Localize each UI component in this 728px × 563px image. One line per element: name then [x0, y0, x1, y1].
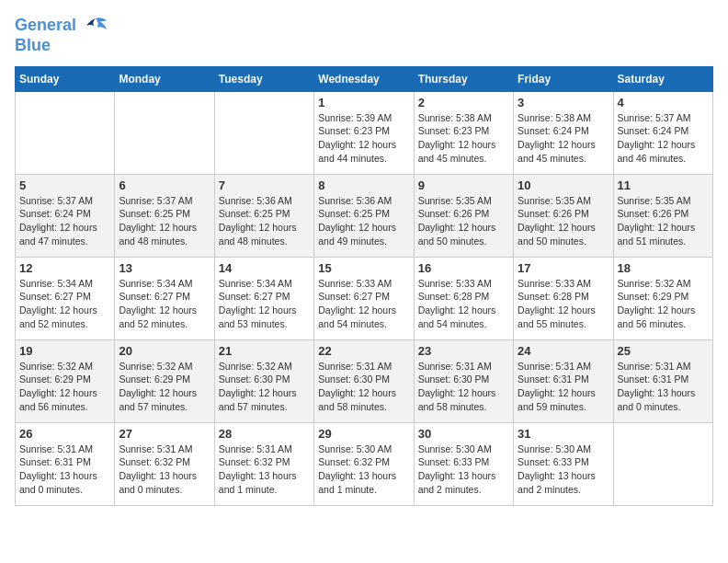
day-info: Sunrise: 5:34 AM Sunset: 6:27 PM Dayligh…	[219, 277, 310, 331]
calendar-cell	[115, 91, 214, 174]
calendar-cell: 10Sunrise: 5:35 AM Sunset: 6:26 PM Dayli…	[514, 174, 613, 257]
calendar-cell: 4Sunrise: 5:37 AM Sunset: 6:24 PM Daylig…	[613, 91, 712, 174]
calendar-cell: 20Sunrise: 5:32 AM Sunset: 6:29 PM Dayli…	[115, 339, 214, 422]
day-info: Sunrise: 5:38 AM Sunset: 6:23 PM Dayligh…	[418, 111, 509, 166]
day-info: Sunrise: 5:31 AM Sunset: 6:32 PM Dayligh…	[219, 442, 310, 497]
calendar-week-5: 26Sunrise: 5:31 AM Sunset: 6:31 PM Dayli…	[16, 422, 713, 505]
calendar-cell: 31Sunrise: 5:30 AM Sunset: 6:33 PM Dayli…	[514, 422, 613, 505]
day-info: Sunrise: 5:33 AM Sunset: 6:28 PM Dayligh…	[518, 277, 609, 331]
calendar-cell: 7Sunrise: 5:36 AM Sunset: 6:25 PM Daylig…	[214, 174, 313, 257]
calendar-cell: 19Sunrise: 5:32 AM Sunset: 6:29 PM Dayli…	[16, 339, 115, 422]
day-number: 11	[618, 178, 709, 192]
calendar-cell: 29Sunrise: 5:30 AM Sunset: 6:32 PM Dayli…	[314, 422, 414, 505]
day-number: 15	[318, 261, 409, 275]
calendar-cell: 21Sunrise: 5:32 AM Sunset: 6:30 PM Dayli…	[214, 339, 313, 422]
weekday-header-friday: Friday	[514, 66, 613, 91]
day-number: 30	[418, 427, 509, 441]
day-info: Sunrise: 5:34 AM Sunset: 6:27 PM Dayligh…	[119, 277, 210, 331]
calendar-cell: 8Sunrise: 5:36 AM Sunset: 6:25 PM Daylig…	[314, 174, 414, 257]
day-info: Sunrise: 5:37 AM Sunset: 6:24 PM Dayligh…	[19, 194, 110, 248]
day-number: 16	[418, 261, 509, 275]
calendar-cell	[16, 91, 115, 174]
day-number: 12	[19, 261, 110, 275]
calendar-cell: 25Sunrise: 5:31 AM Sunset: 6:31 PM Dayli…	[613, 339, 712, 422]
calendar-week-1: 1Sunrise: 5:39 AM Sunset: 6:23 PM Daylig…	[16, 91, 713, 174]
day-info: Sunrise: 5:32 AM Sunset: 6:29 PM Dayligh…	[119, 360, 210, 414]
day-info: Sunrise: 5:31 AM Sunset: 6:31 PM Dayligh…	[518, 360, 609, 414]
calendar-week-4: 19Sunrise: 5:32 AM Sunset: 6:29 PM Dayli…	[16, 339, 713, 422]
logo: General Blue	[15, 15, 108, 55]
calendar-cell: 9Sunrise: 5:35 AM Sunset: 6:26 PM Daylig…	[414, 174, 513, 257]
weekday-header-monday: Monday	[115, 66, 214, 91]
day-number: 8	[318, 178, 409, 192]
day-info: Sunrise: 5:31 AM Sunset: 6:30 PM Dayligh…	[418, 360, 509, 414]
day-number: 20	[119, 344, 210, 358]
day-number: 2	[418, 96, 509, 109]
day-info: Sunrise: 5:31 AM Sunset: 6:31 PM Dayligh…	[19, 442, 110, 497]
day-info: Sunrise: 5:31 AM Sunset: 6:31 PM Dayligh…	[618, 360, 709, 414]
day-number: 18	[618, 261, 709, 275]
weekday-header-tuesday: Tuesday	[214, 66, 313, 91]
calendar-cell: 11Sunrise: 5:35 AM Sunset: 6:26 PM Dayli…	[613, 174, 712, 257]
calendar-cell: 15Sunrise: 5:33 AM Sunset: 6:27 PM Dayli…	[314, 257, 414, 339]
calendar-cell	[613, 422, 712, 505]
day-number: 19	[19, 344, 110, 358]
day-info: Sunrise: 5:32 AM Sunset: 6:29 PM Dayligh…	[19, 360, 110, 414]
calendar-week-2: 5Sunrise: 5:37 AM Sunset: 6:24 PM Daylig…	[16, 174, 713, 257]
calendar-cell: 17Sunrise: 5:33 AM Sunset: 6:28 PM Dayli…	[514, 257, 613, 339]
day-info: Sunrise: 5:31 AM Sunset: 6:30 PM Dayligh…	[318, 360, 409, 414]
day-number: 6	[119, 178, 210, 192]
day-info: Sunrise: 5:32 AM Sunset: 6:30 PM Dayligh…	[219, 360, 310, 414]
day-number: 7	[219, 178, 310, 192]
day-number: 13	[119, 261, 210, 275]
day-number: 26	[19, 427, 110, 441]
calendar-cell: 13Sunrise: 5:34 AM Sunset: 6:27 PM Dayli…	[115, 257, 214, 339]
page-header: General Blue	[15, 15, 713, 55]
day-info: Sunrise: 5:33 AM Sunset: 6:28 PM Dayligh…	[418, 277, 509, 331]
calendar-cell: 12Sunrise: 5:34 AM Sunset: 6:27 PM Dayli…	[16, 257, 115, 339]
day-number: 23	[418, 344, 509, 358]
day-number: 3	[518, 96, 609, 109]
day-number: 14	[219, 261, 310, 275]
calendar-cell: 16Sunrise: 5:33 AM Sunset: 6:28 PM Dayli…	[414, 257, 513, 339]
day-info: Sunrise: 5:32 AM Sunset: 6:29 PM Dayligh…	[618, 277, 709, 331]
calendar-cell: 26Sunrise: 5:31 AM Sunset: 6:31 PM Dayli…	[16, 422, 115, 505]
day-number: 17	[518, 261, 609, 275]
day-info: Sunrise: 5:34 AM Sunset: 6:27 PM Dayligh…	[19, 277, 110, 331]
weekday-header-sunday: Sunday	[16, 66, 115, 91]
day-number: 4	[618, 96, 709, 109]
calendar-cell: 24Sunrise: 5:31 AM Sunset: 6:31 PM Dayli…	[514, 339, 613, 422]
day-number: 9	[418, 178, 509, 192]
calendar-table: SundayMondayTuesdayWednesdayThursdayFrid…	[15, 66, 713, 506]
calendar-week-3: 12Sunrise: 5:34 AM Sunset: 6:27 PM Dayli…	[16, 257, 713, 339]
day-number: 22	[318, 344, 409, 358]
day-number: 25	[618, 344, 709, 358]
calendar-cell: 5Sunrise: 5:37 AM Sunset: 6:24 PM Daylig…	[16, 174, 115, 257]
day-number: 27	[119, 427, 210, 441]
day-number: 10	[518, 178, 609, 192]
day-number: 1	[318, 96, 409, 109]
day-info: Sunrise: 5:31 AM Sunset: 6:32 PM Dayligh…	[119, 442, 210, 497]
calendar-cell: 2Sunrise: 5:38 AM Sunset: 6:23 PM Daylig…	[414, 91, 513, 174]
day-info: Sunrise: 5:33 AM Sunset: 6:27 PM Dayligh…	[318, 277, 409, 331]
calendar-cell: 23Sunrise: 5:31 AM Sunset: 6:30 PM Dayli…	[414, 339, 513, 422]
day-number: 28	[219, 427, 310, 441]
day-info: Sunrise: 5:36 AM Sunset: 6:25 PM Dayligh…	[318, 194, 409, 248]
calendar-cell: 3Sunrise: 5:38 AM Sunset: 6:24 PM Daylig…	[514, 91, 613, 174]
day-number: 24	[518, 344, 609, 358]
calendar-cell	[214, 91, 313, 174]
calendar-cell: 14Sunrise: 5:34 AM Sunset: 6:27 PM Dayli…	[214, 257, 313, 339]
calendar-cell: 30Sunrise: 5:30 AM Sunset: 6:33 PM Dayli…	[414, 422, 513, 505]
calendar-cell: 1Sunrise: 5:39 AM Sunset: 6:23 PM Daylig…	[314, 91, 414, 174]
weekday-header-thursday: Thursday	[414, 66, 513, 91]
calendar-cell: 6Sunrise: 5:37 AM Sunset: 6:25 PM Daylig…	[115, 174, 214, 257]
day-number: 21	[219, 344, 310, 358]
day-info: Sunrise: 5:36 AM Sunset: 6:25 PM Dayligh…	[219, 194, 310, 248]
day-number: 31	[518, 427, 609, 441]
logo-text: General Blue	[15, 15, 108, 55]
day-info: Sunrise: 5:38 AM Sunset: 6:24 PM Dayligh…	[518, 111, 609, 166]
day-info: Sunrise: 5:35 AM Sunset: 6:26 PM Dayligh…	[518, 194, 609, 248]
day-number: 29	[318, 427, 409, 441]
day-info: Sunrise: 5:35 AM Sunset: 6:26 PM Dayligh…	[618, 194, 709, 248]
weekday-header-row: SundayMondayTuesdayWednesdayThursdayFrid…	[16, 66, 713, 91]
